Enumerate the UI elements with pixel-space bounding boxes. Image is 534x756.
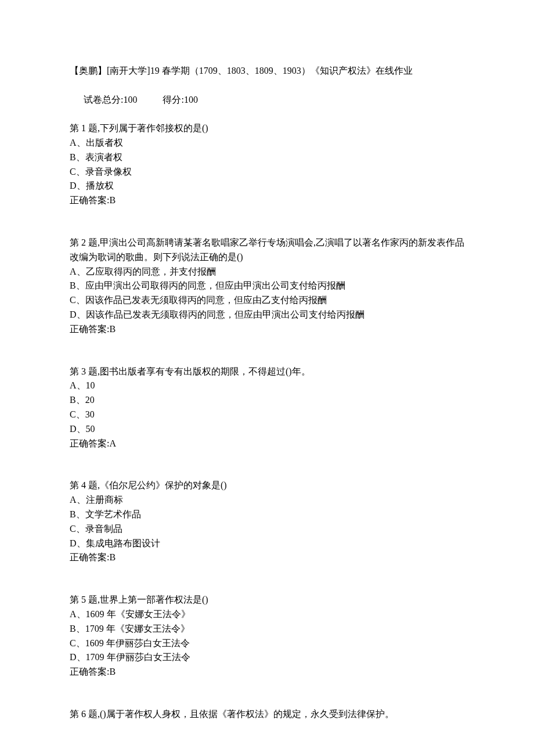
question-block: 第 6 题,()属于著作权人身权，且依据《著作权法》的规定，永久受到法律保护。 xyxy=(70,707,464,722)
question-answer: 正确答案:B xyxy=(70,550,464,565)
question-block: 第 3 题,图书出版者享有专有出版权的期限，不得超过()年。 A、10 B、20… xyxy=(70,365,464,451)
question-option: A、注册商标 xyxy=(70,493,464,507)
question-option: A、乙应取得丙的同意，并支付报酬 xyxy=(70,265,464,279)
question-option: D、50 xyxy=(70,422,464,437)
question-answer: 正确答案:B xyxy=(70,665,464,679)
question-option: B、表演者权 xyxy=(70,150,464,165)
question-option: D、因该作品已发表无须取得丙的同意，但应由甲演出公司支付给丙报酬 xyxy=(70,308,464,322)
question-answer: 正确答案:B xyxy=(70,322,464,337)
question-option: A、出版者权 xyxy=(70,136,464,150)
question-option: C、30 xyxy=(70,408,464,422)
score-line: 试卷总分:100得分:100 xyxy=(70,78,464,121)
header-block: 【奥鹏】[南开大学]19 春学期（1709、1803、1809、1903）《知识… xyxy=(70,64,464,208)
question-answer: 正确答案:A xyxy=(70,437,464,451)
question-option: D、集成电路布图设计 xyxy=(70,537,464,551)
question-block: 第 4 题,《伯尔尼公约》保护的对象是() A、注册商标 B、文学艺术作品 C、… xyxy=(70,478,464,565)
question-option: D、1709 年伊丽莎白女王法令 xyxy=(70,650,464,665)
question-option: C、录音录像权 xyxy=(70,165,464,179)
question-prompt: 第 3 题,图书出版者享有专有出版权的期限，不得超过()年。 xyxy=(70,365,464,379)
question-option: B、应由甲演出公司取得丙的同意，但应由甲演出公司支付给丙报酬 xyxy=(70,279,464,293)
question-block: 第 5 题,世界上第一部著作权法是() A、1609 年《安娜女王法令》 B、1… xyxy=(70,593,464,679)
document-page: 【奥鹏】[南开大学]19 春学期（1709、1803、1809、1903）《知识… xyxy=(0,0,534,756)
question-option: B、文学艺术作品 xyxy=(70,507,464,522)
question-option: A、10 xyxy=(70,379,464,393)
question-option: D、播放权 xyxy=(70,179,464,193)
score-got: 得分:100 xyxy=(163,95,197,105)
question-answer: 正确答案:B xyxy=(70,193,464,208)
question-prompt: 第 4 题,《伯尔尼公约》保护的对象是() xyxy=(70,478,464,493)
question-option: C、录音制品 xyxy=(70,522,464,537)
question-option: C、1609 年伊丽莎白女王法令 xyxy=(70,636,464,651)
document-title: 【奥鹏】[南开大学]19 春学期（1709、1803、1809、1903）《知识… xyxy=(70,64,464,78)
question-block: 第 2 题,甲演出公司高新聘请某著名歌唱家乙举行专场演唱会,乙演唱了以著名作家丙… xyxy=(70,236,464,337)
question-prompt: 第 2 题,甲演出公司高新聘请某著名歌唱家乙举行专场演唱会,乙演唱了以著名作家丙… xyxy=(70,236,464,265)
score-total: 试卷总分:100 xyxy=(84,95,137,105)
question-option: C、因该作品已发表无须取得丙的同意，但应由乙支付给丙报酬 xyxy=(70,293,464,308)
question-option: B、1709 年《安娜女王法令》 xyxy=(70,622,464,636)
question-prompt: 第 6 题,()属于著作权人身权，且依据《著作权法》的规定，永久受到法律保护。 xyxy=(70,707,464,722)
question-option: B、20 xyxy=(70,393,464,408)
question-prompt: 第 1 题,下列属于著作邻接权的是() xyxy=(70,121,464,136)
question-prompt: 第 5 题,世界上第一部著作权法是() xyxy=(70,593,464,607)
question-option: A、1609 年《安娜女王法令》 xyxy=(70,607,464,622)
